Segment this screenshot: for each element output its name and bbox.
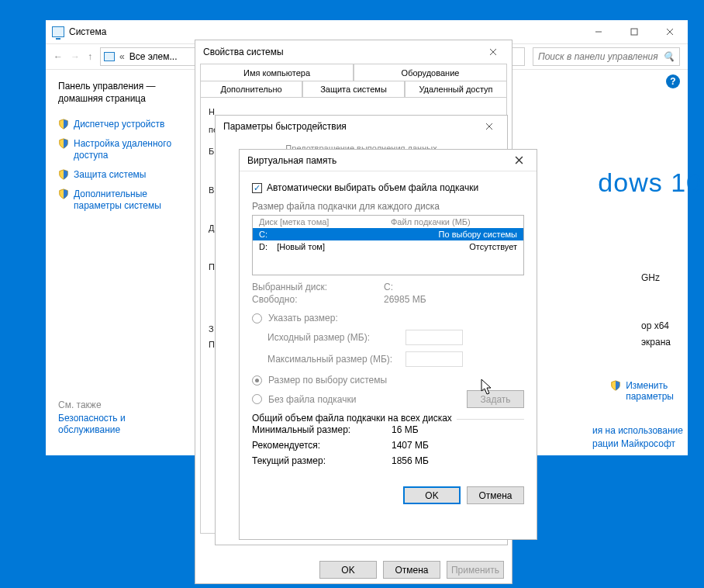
- ok-button[interactable]: OK: [319, 561, 377, 579]
- drive-row-d[interactable]: D: [Новый том] Отсутствует: [253, 240, 523, 253]
- chevron-icon: «: [119, 51, 125, 62]
- initial-size-input[interactable]: [405, 330, 463, 345]
- radio-icon: [252, 375, 262, 386]
- initial-size-row: Исходный размер (МБ):: [252, 330, 524, 345]
- close-button[interactable]: [652, 21, 688, 43]
- drive-row-c[interactable]: C: По выбору системы: [253, 228, 523, 240]
- vm-titlebar[interactable]: Виртуальная память: [240, 150, 537, 171]
- auto-manage-label: Автоматически выбирать объем файла подка…: [267, 182, 478, 193]
- radio-no-paging-file[interactable]: Без файла подкачки: [252, 394, 467, 405]
- see-also-label: См. также: [58, 399, 102, 410]
- change-settings-link[interactable]: Изменитьпараметры: [610, 380, 674, 402]
- props-titlebar[interactable]: Свойства системы: [195, 40, 512, 64]
- drive-list[interactable]: Диск [метка тома] Файл подкачки (МБ) C: …: [252, 215, 524, 275]
- svg-rect-1: [631, 29, 637, 35]
- license-links[interactable]: ия на использование рации Майкрософт: [592, 424, 683, 451]
- total-group: Общий объем файла подкачки на всех диска…: [252, 419, 524, 420]
- system-title: Система: [69, 26, 106, 37]
- vm-title: Виртуальная память: [247, 155, 336, 166]
- left-pane: Панель управления — домашняя страница Ди…: [46, 70, 189, 455]
- remote-settings-link[interactable]: Настройка удаленного доступа: [58, 138, 185, 161]
- checkbox-icon: ✓: [252, 183, 262, 193]
- set-button[interactable]: Задать: [467, 390, 524, 408]
- control-panel-home-link[interactable]: Панель управления — домашняя страница: [58, 81, 185, 105]
- shield-icon: [58, 169, 69, 180]
- cancel-button[interactable]: Отмена: [383, 561, 440, 579]
- tab-hardware[interactable]: Оборудование: [354, 64, 507, 81]
- auto-manage-checkbox[interactable]: ✓ Автоматически выбирать объем файла под…: [252, 182, 524, 193]
- free-space-row: Свободно: 26985 МБ: [252, 294, 524, 305]
- per-drive-label: Размер файла подкачки для каждого диска: [252, 201, 524, 212]
- close-button[interactable]: [509, 153, 529, 168]
- search-input[interactable]: Поиск в панели управления 🔍: [533, 47, 680, 66]
- min-size-row: Минимальный размер: 16 МБ: [252, 424, 524, 435]
- apply-button[interactable]: Применить: [447, 561, 504, 579]
- shield-icon: [58, 189, 69, 199]
- device-manager-link[interactable]: Диспетчер устройств: [58, 119, 185, 130]
- radio-icon: [252, 313, 262, 323]
- radio-icon: [252, 394, 262, 404]
- radio-system-managed[interactable]: Размер по выбору системы: [252, 375, 524, 386]
- cancel-button[interactable]: Отмена: [467, 486, 524, 504]
- shield-icon: [58, 138, 69, 149]
- maximize-button[interactable]: [616, 21, 652, 43]
- max-size-row: Максимальный размер (МБ):: [252, 351, 524, 367]
- windows-brand: dows 10: [598, 168, 702, 198]
- forward-button[interactable]: →: [71, 51, 80, 62]
- breadcrumb-text: Все элем...: [129, 51, 178, 62]
- selected-drive-row: Выбранный диск: C:: [252, 282, 524, 292]
- system-info: GHz ор x64 экрана: [641, 270, 671, 351]
- help-icon[interactable]: ?: [666, 74, 680, 88]
- tab-computer-name[interactable]: Имя компьютера: [200, 64, 354, 81]
- up-button[interactable]: ↑: [88, 51, 92, 62]
- perf-titlebar[interactable]: Параметры быстродействия: [216, 116, 507, 137]
- computer-icon: [52, 26, 64, 37]
- close-button[interactable]: [479, 119, 499, 134]
- recommended-size-row: Рекомендуется: 1407 МБ: [252, 440, 524, 451]
- ok-button[interactable]: OK: [403, 486, 461, 504]
- tab-advanced[interactable]: Дополнительно: [200, 81, 302, 98]
- search-icon: 🔍: [663, 51, 675, 62]
- props-title: Свойства системы: [203, 47, 284, 57]
- tab-remote[interactable]: Удаленный доступ: [405, 81, 507, 98]
- minimize-button[interactable]: [581, 21, 616, 43]
- search-placeholder: Поиск в панели управления: [538, 51, 658, 62]
- close-button[interactable]: [482, 43, 504, 61]
- current-size-row: Текущий размер: 1856 МБ: [252, 455, 524, 466]
- max-size-input[interactable]: [405, 351, 463, 367]
- system-protection-link[interactable]: Защита системы: [58, 169, 185, 181]
- shield-icon: [610, 380, 621, 391]
- advanced-system-settings-link[interactable]: Дополнительные параметры системы: [58, 189, 185, 212]
- perf-title: Параметры быстродействия: [223, 121, 347, 132]
- vm-body: ✓ Автоматически выбирать объем файла под…: [240, 171, 537, 477]
- tab-system-protection[interactable]: Защита системы: [302, 81, 405, 98]
- radio-custom-size[interactable]: Указать размер:: [252, 313, 524, 323]
- virtual-memory-dialog: Виртуальная память ✓ Автоматически выбир…: [239, 149, 537, 540]
- computer-icon: [104, 52, 115, 61]
- shield-icon: [58, 119, 69, 130]
- back-button[interactable]: ←: [53, 51, 63, 62]
- security-maintenance-link[interactable]: Безопасность и обслуживание: [58, 413, 189, 437]
- drive-list-header: Диск [метка тома] Файл подкачки (МБ): [253, 216, 523, 228]
